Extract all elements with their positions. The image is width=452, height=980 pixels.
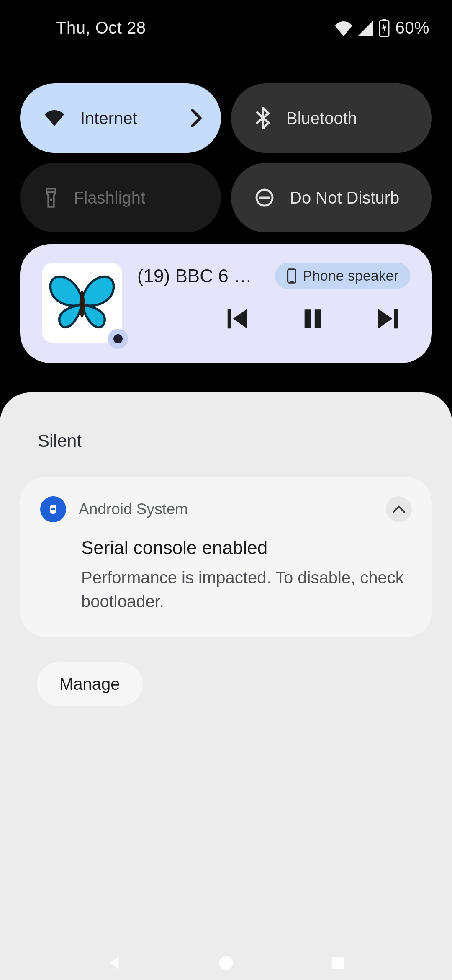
- do-not-disturb-icon: [254, 188, 275, 208]
- svg-rect-10: [305, 309, 311, 328]
- battery-charging-icon: [378, 19, 390, 37]
- media-album-art: [42, 263, 122, 343]
- notification-title: Serial console enabled: [81, 537, 412, 558]
- media-next-button[interactable]: [373, 304, 403, 333]
- qs-tile-bluetooth[interactable]: Bluetooth: [231, 83, 432, 153]
- battery-percent: 60%: [395, 18, 429, 37]
- qs-tile-label: Internet: [80, 109, 202, 128]
- media-output-label: Phone speaker: [303, 268, 398, 284]
- flashlight-icon: [44, 187, 59, 209]
- wifi-icon: [335, 21, 353, 36]
- nav-recent-icon: [330, 955, 346, 971]
- svg-rect-1: [383, 19, 386, 21]
- qs-tile-flashlight[interactable]: Flashlight: [20, 163, 221, 232]
- status-date: Thu, Oct 28: [56, 18, 146, 37]
- notification-card[interactable]: Android System Serial console enabled Pe…: [20, 477, 432, 637]
- notification-collapse-button[interactable]: [386, 496, 412, 522]
- cellular-icon: [358, 21, 373, 36]
- svg-point-6: [80, 291, 85, 318]
- android-system-icon: [40, 496, 66, 522]
- nav-home-icon: [218, 954, 234, 971]
- notification-text: Performance is impacted. To disable, che…: [81, 558, 408, 614]
- nav-back-button[interactable]: [102, 950, 127, 975]
- qs-tile-dnd[interactable]: Do Not Disturb: [231, 163, 432, 232]
- notification-app-name: Android System: [79, 500, 373, 518]
- svg-rect-9: [228, 309, 231, 329]
- qs-tile-label: Flashlight: [74, 188, 202, 207]
- phone-speaker-icon: [287, 268, 297, 284]
- wifi-icon: [44, 109, 65, 127]
- nav-recent-button[interactable]: [325, 950, 350, 975]
- svg-rect-12: [394, 309, 398, 329]
- qs-tile-label: Bluetooth: [286, 109, 413, 128]
- bluetooth-icon: [254, 107, 271, 129]
- media-source-badge: [108, 329, 128, 349]
- media-track-title: (19) BBC 6 M…: [137, 266, 265, 286]
- status-right-cluster: 60%: [335, 18, 429, 37]
- chevron-right-icon: [190, 108, 203, 128]
- media-output-chip[interactable]: Phone speaker: [275, 263, 410, 289]
- qs-tile-label: Do Not Disturb: [290, 188, 413, 207]
- svg-rect-11: [315, 309, 321, 328]
- chevron-up-icon: [392, 505, 406, 514]
- svg-rect-14: [51, 508, 55, 510]
- svg-rect-16: [331, 957, 344, 969]
- media-pause-button[interactable]: [298, 304, 327, 333]
- svg-point-3: [50, 198, 52, 201]
- media-player-card[interactable]: (19) BBC 6 M… Phone speaker: [20, 244, 432, 363]
- nav-home-button[interactable]: [213, 950, 239, 975]
- section-header-silent: Silent: [20, 431, 432, 451]
- qs-tile-internet[interactable]: Internet: [20, 83, 221, 153]
- svg-point-15: [219, 956, 233, 970]
- nav-back-icon: [105, 954, 123, 972]
- manage-notifications-button[interactable]: Manage: [37, 662, 143, 706]
- manage-label: Manage: [59, 675, 120, 694]
- media-previous-button[interactable]: [223, 304, 252, 333]
